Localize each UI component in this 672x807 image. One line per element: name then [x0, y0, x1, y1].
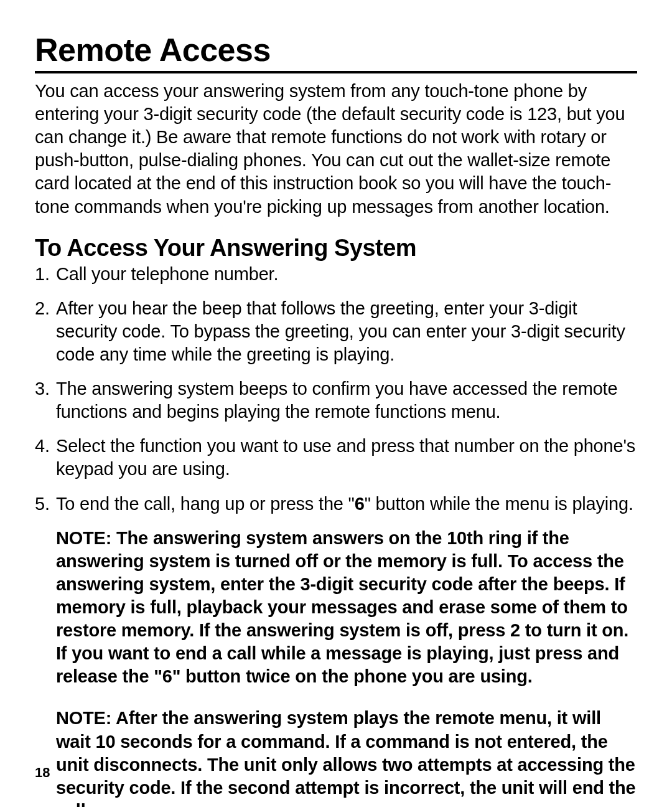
section-title: Remote Access — [35, 31, 637, 73]
step-5: To end the call, hang up or press the "6… — [56, 493, 637, 516]
step-1: Call your telephone number. — [56, 263, 637, 286]
intro-paragraph: You can access your answering system fro… — [35, 80, 637, 219]
step-3: The answering system beeps to confirm yo… — [56, 377, 637, 423]
step-4: Select the function you want to use and … — [56, 435, 637, 481]
step-2: After you hear the beep that follows the… — [56, 297, 637, 366]
step-5-bold-6: 6 — [355, 494, 365, 514]
page-number: 18 — [35, 765, 50, 781]
page: Remote Access You can access your answer… — [0, 0, 672, 807]
note-2: NOTE: After the answering system plays t… — [56, 707, 637, 807]
steps-list: Call your telephone number. After you he… — [35, 263, 637, 516]
note-1: NOTE: The answering system answers on th… — [56, 527, 637, 689]
step-5-text-post: " button while the menu is playing. — [365, 494, 633, 514]
step-5-text-pre: To end the call, hang up or press the " — [56, 494, 355, 514]
subsection-title: To Access Your Answering System — [35, 235, 637, 262]
